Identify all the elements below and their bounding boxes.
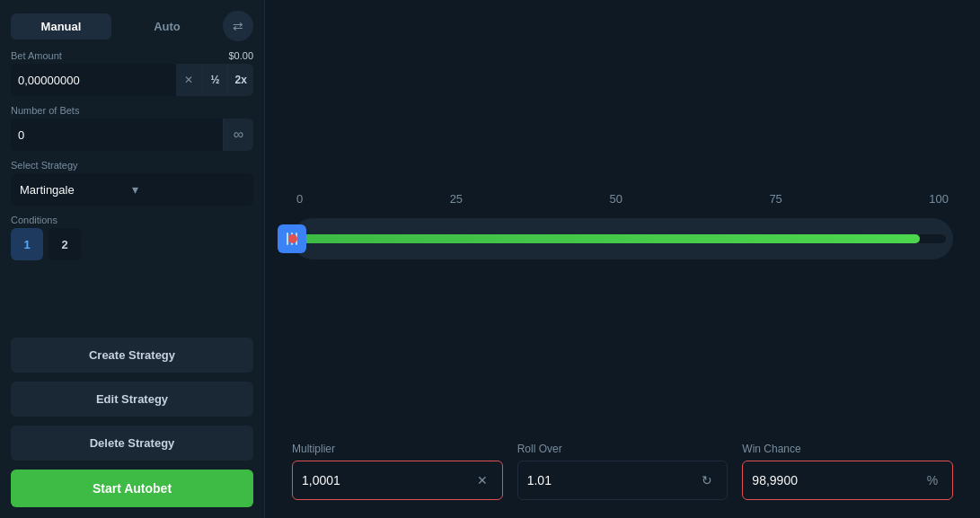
percent-icon: % [922,473,943,487]
edit-strategy-button[interactable]: Edit Strategy [11,382,253,417]
win-chance-input[interactable] [752,473,922,487]
bet-amount-section: Bet Amount $0.00 ✕ ½ 2x [11,50,253,96]
auto-tab[interactable]: Auto [117,13,217,40]
number-of-bets-section: Number of Bets ∞ [11,105,253,151]
start-autobet-button[interactable]: Start Autobet [11,470,253,507]
condition-btn-2[interactable]: 2 [49,228,81,260]
infinity-button[interactable]: ∞ [223,119,253,151]
roll-over-group: Roll Over ↻ [517,443,728,500]
nob-label: Number of Bets [11,105,79,116]
slider-area: 0 25 50 75 100 [292,27,953,425]
swap-button[interactable]: ⇄ [223,11,253,41]
left-panel: Manual Auto ⇄ Bet Amount $0.00 ✕ ½ 2x Nu… [0,0,265,518]
win-chance-group: Win Chance % [742,443,953,500]
slider-track[interactable] [299,234,946,243]
refresh-icon[interactable]: ↻ [696,473,718,487]
slider-label-25: 25 [450,192,463,206]
conditions-label: Conditions [11,215,57,225]
clear-multiplier-icon[interactable]: ✕ [472,473,493,487]
strategy-selected: Martingale [20,183,132,197]
multiplier-input-wrap: ✕ [292,461,503,500]
select-strategy-section: Select Strategy Martingale ▾ [11,160,253,206]
strategy-label: Select Strategy [11,160,78,171]
swap-icon: ⇄ [233,19,243,33]
strategy-label-row: Select Strategy [11,160,253,171]
nob-input[interactable] [11,128,223,142]
conditions-buttons: 1 2 [11,228,253,260]
slider-track-wrap[interactable] [292,218,953,259]
slider-red-dot [288,234,297,243]
bet-amount-label-row: Bet Amount $0.00 [11,50,253,61]
win-chance-label: Win Chance [742,443,953,455]
tab-row: Manual Auto ⇄ [11,11,253,41]
nob-label-row: Number of Bets [11,105,253,116]
bet-amount-input[interactable] [11,74,176,87]
delete-strategy-button[interactable]: Delete Strategy [11,426,253,461]
roll-over-input[interactable] [527,473,697,487]
conditions-section: Conditions 1 2 [11,215,253,260]
clear-bet-button[interactable]: ✕ [176,64,202,96]
manual-tab[interactable]: Manual [11,13,111,40]
condition-btn-1[interactable]: 1 [11,228,43,260]
strategy-dropdown[interactable]: Martingale ▾ [11,173,253,206]
multiplier-label: Multiplier [292,443,503,455]
slider-label-50: 50 [610,192,622,206]
conditions-label-row: Conditions [11,215,253,225]
slider-fill [299,234,920,243]
multiplier-input[interactable] [302,473,472,487]
bottom-fields: Multiplier ✕ Roll Over ↻ Win Chance % [292,443,953,500]
roll-over-label: Roll Over [517,443,728,455]
win-chance-input-wrap: % [742,461,953,500]
infinity-icon: ∞ [234,127,243,143]
multiplier-group: Multiplier ✕ [292,443,503,500]
roll-over-input-wrap: ↻ [517,461,728,500]
slider-label-0: 0 [296,192,303,206]
clear-icon: ✕ [184,74,193,86]
nob-input-row: ∞ [11,119,253,151]
bet-amount-input-row: ✕ ½ 2x [11,64,253,96]
chevron-down-icon: ▾ [132,182,244,197]
double-bet-button[interactable]: 2x [227,64,253,96]
create-strategy-button[interactable]: Create Strategy [11,338,253,373]
half-bet-button[interactable]: ½ [202,64,228,96]
right-panel: 0 25 50 75 100 Multiplier ✕ [265,0,980,518]
bet-amount-display: $0.00 [228,50,253,61]
slider-labels: 0 25 50 75 100 [292,192,953,206]
slider-label-75: 75 [769,192,781,206]
bet-amount-label: Bet Amount [11,50,62,61]
slider-label-100: 100 [929,192,949,206]
